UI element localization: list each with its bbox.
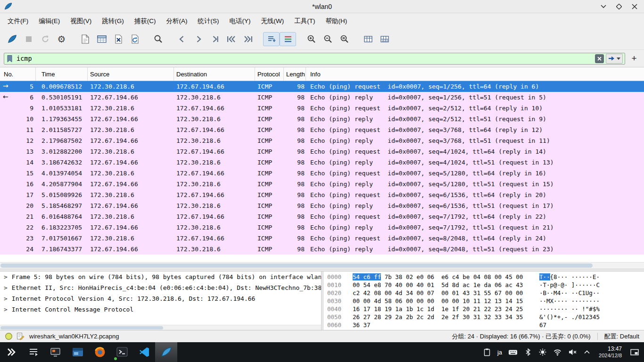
- column-header[interactable]: Protocol: [255, 67, 284, 81]
- input-method-indicator[interactable]: ja: [497, 349, 502, 356]
- app-window-icon[interactable]: [44, 342, 66, 362]
- window-titlebar[interactable]: *wlan0: [0, 0, 644, 13]
- brightness-icon[interactable]: [538, 348, 547, 356]
- packet-row[interactable]: →50.009678512172.30.218.6172.67.194.66IC…: [0, 81, 644, 92]
- packet-row[interactable]: 205.185468297172.67.194.66172.30.218.6IC…: [0, 200, 644, 211]
- wifi-icon[interactable]: [553, 348, 562, 356]
- capture-options-button[interactable]: ⚙: [53, 32, 70, 46]
- last-packet-button[interactable]: [239, 32, 256, 46]
- add-filter-button[interactable]: +: [628, 53, 640, 64]
- column-header[interactable]: No.: [0, 67, 36, 81]
- packet-row[interactable]: 226.183223705172.67.194.66172.30.218.6IC…: [0, 222, 644, 233]
- detail-line[interactable]: >Internet Protocol Version 4, Src: 172.3…: [0, 293, 321, 304]
- go-back-button[interactable]: [173, 32, 190, 46]
- hex-row[interactable]: 0020c2 42 08 00 4d 34 00 07 00 01 43 31 …: [327, 289, 644, 297]
- wireshark-taskbar-icon[interactable]: [155, 342, 177, 362]
- packet-row[interactable]: 247.186743377172.67.194.66172.30.218.6IC…: [0, 244, 644, 255]
- close-file-button[interactable]: [110, 32, 126, 46]
- detail-line[interactable]: >Frame 5: 98 bytes on wire (784 bits), 9…: [0, 272, 321, 282]
- apply-filter-button[interactable]: [606, 54, 623, 64]
- close-window-icon[interactable]: [631, 3, 638, 10]
- colorize-button[interactable]: [280, 32, 296, 46]
- hex-row[interactable]: 004016 17 18 19 1a 1b 1c 1d 1e 1f 20 21 …: [327, 305, 644, 313]
- packet-row[interactable]: 216.016488764172.30.218.6172.67.194.66IC…: [0, 211, 644, 222]
- reload-file-button[interactable]: [126, 32, 143, 46]
- go-forward-button[interactable]: [190, 32, 206, 46]
- packet-row[interactable]: 143.186742632172.67.194.66172.30.218.6IC…: [0, 157, 644, 168]
- clock[interactable]: 13:47 2024/12/8: [599, 346, 622, 359]
- auto-scroll-button[interactable]: [263, 32, 280, 46]
- menu-item[interactable]: 帮助(H): [320, 15, 352, 28]
- packet-row[interactable]: 122.179687502172.67.194.66172.30.218.6IC…: [0, 135, 644, 146]
- profile-label[interactable]: 配置: Default: [604, 332, 639, 341]
- hex-row[interactable]: 000054 c6 ff 7b 38 02 e0 06 e6 c4 be 04 …: [327, 273, 644, 281]
- numbered-columns-button[interactable]: 123: [376, 32, 393, 46]
- menu-item[interactable]: 编辑(E): [33, 15, 65, 28]
- hex-row[interactable]: 003000 00 4d 58 06 00 00 00 00 00 10 11 …: [327, 297, 644, 305]
- filter-bookmark-icon[interactable]: [6, 55, 13, 63]
- shade-window-icon[interactable]: [600, 3, 607, 10]
- details-hscrollbar[interactable]: [0, 325, 321, 330]
- detail-line[interactable]: >Internet Control Message Protocol: [0, 304, 321, 315]
- menu-item[interactable]: 工具(T): [289, 15, 320, 28]
- menu-item[interactable]: 分析(A): [161, 15, 193, 28]
- menu-item[interactable]: 捕获(C): [129, 15, 161, 28]
- clipboard-icon[interactable]: [483, 348, 491, 356]
- task-list-icon[interactable]: [22, 342, 44, 362]
- expand-arrow-icon[interactable]: >: [4, 295, 8, 302]
- scrollbar-thumb[interactable]: [0, 326, 163, 329]
- hex-row[interactable]: 005026 27 28 29 2a 2b 2c 2d 2e 2f 30 31 …: [327, 313, 644, 321]
- column-header[interactable]: Destination: [174, 67, 255, 81]
- resize-columns-button[interactable]: [360, 32, 376, 46]
- file-manager-icon[interactable]: [66, 342, 89, 362]
- firefox-icon[interactable]: [89, 342, 111, 362]
- expand-arrow-icon[interactable]: >: [4, 273, 8, 280]
- packet-row[interactable]: 133.012882200172.30.218.6172.67.194.66IC…: [0, 146, 644, 157]
- packet-row[interactable]: 112.011585727172.30.218.6172.67.194.66IC…: [0, 124, 644, 135]
- column-header[interactable]: Info: [306, 67, 644, 81]
- hex-row[interactable]: 006036 3767: [327, 321, 644, 329]
- expert-info-icon[interactable]: [5, 332, 13, 340]
- capture-comment-icon[interactable]: [17, 332, 25, 340]
- menu-item[interactable]: 电话(Y): [224, 15, 256, 28]
- menu-item[interactable]: 跳转(G): [97, 15, 129, 28]
- packet-bytes-pane[interactable]: 000054 c6 ff 7b 38 02 e0 06 e6 c4 be 04 …: [323, 272, 644, 330]
- keyboard-icon[interactable]: [508, 348, 518, 356]
- find-packet-button[interactable]: [150, 32, 166, 46]
- column-header[interactable]: Length: [284, 67, 306, 81]
- packet-row[interactable]: 175.015089926172.30.218.6172.67.194.66IC…: [0, 189, 644, 200]
- stop-capture-button[interactable]: [20, 32, 37, 46]
- volume-muted-icon[interactable]: [568, 348, 577, 356]
- column-header[interactable]: Source: [88, 67, 174, 81]
- column-header[interactable]: Time: [36, 67, 88, 81]
- packet-row[interactable]: ←60.530105191172.67.194.66172.30.218.6IC…: [0, 92, 644, 103]
- menu-item[interactable]: 统计(S): [193, 15, 224, 28]
- packet-row[interactable]: 237.017501667172.30.218.6172.67.194.66IC…: [0, 233, 644, 244]
- workspace-pager-icon[interactable]: [630, 348, 639, 356]
- hex-row[interactable]: 001000 54 e8 70 40 00 40 01 5d 8d ac 1e …: [327, 281, 644, 289]
- menu-item[interactable]: 无线(W): [256, 15, 289, 28]
- save-file-button[interactable]: [93, 32, 110, 46]
- open-file-button[interactable]: [77, 32, 93, 46]
- packet-row[interactable]: 101.179363455172.67.194.66172.30.218.6IC…: [0, 114, 644, 124]
- display-filter-input[interactable]: icmp: [4, 53, 625, 65]
- launcher-menu-icon[interactable]: [0, 342, 22, 362]
- expand-arrow-icon[interactable]: >: [4, 284, 8, 291]
- zoom-out-button[interactable]: [320, 32, 336, 46]
- packet-row[interactable]: 91.010533181172.30.218.6172.67.194.66ICM…: [0, 103, 644, 114]
- go-to-packet-button[interactable]: [206, 32, 223, 46]
- packet-list-hscrollbar[interactable]: [0, 262, 644, 269]
- menu-item[interactable]: 文件(F): [2, 15, 33, 28]
- terminal-icon[interactable]: [111, 342, 133, 362]
- vscode-icon[interactable]: [133, 342, 155, 362]
- packet-details-pane[interactable]: >Frame 5: 98 bytes on wire (784 bits), 9…: [0, 272, 321, 330]
- detail-line[interactable]: >Ethernet II, Src: HonHaiPrecis_c4:be:04…: [0, 282, 321, 293]
- packet-list[interactable]: →50.009678512172.30.218.6172.67.194.66IC…: [0, 81, 644, 262]
- bluetooth-icon[interactable]: [524, 348, 532, 356]
- first-packet-button[interactable]: [223, 32, 239, 46]
- packet-row[interactable]: 164.205877904172.67.194.66172.30.218.6IC…: [0, 179, 644, 189]
- clear-filter-button[interactable]: [595, 54, 604, 63]
- menu-item[interactable]: 视图(V): [65, 15, 97, 28]
- maximize-window-icon[interactable]: [615, 3, 623, 10]
- chevron-up-icon[interactable]: [583, 349, 591, 355]
